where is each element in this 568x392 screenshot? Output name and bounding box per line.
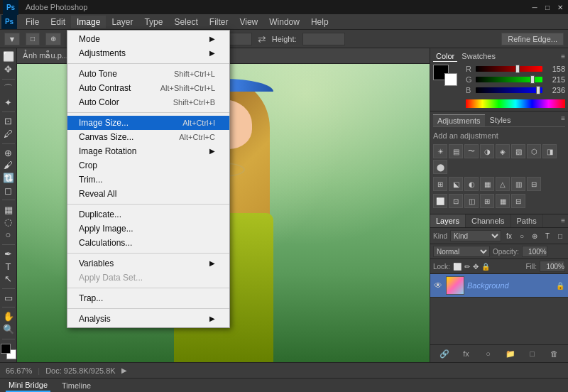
minimize-button[interactable]: ─	[530, 2, 540, 12]
pen-tool[interactable]: ✒	[1, 248, 16, 259]
menu-image-size[interactable]: Image Size...Alt+Ctrl+I	[67, 116, 229, 130]
channels-tab[interactable]: Channels	[466, 214, 510, 227]
menu-filter[interactable]: Filter	[204, 16, 234, 28]
b-slider-thumb[interactable]	[536, 86, 540, 94]
fg-swatch[interactable]	[1, 344, 11, 354]
paths-tab[interactable]: Paths	[511, 214, 543, 227]
adj-selective-color[interactable]: ⊟	[527, 177, 541, 191]
adjustments-tab[interactable]: Adjustments	[433, 114, 485, 126]
healing-tool[interactable]: ⊕	[1, 147, 16, 158]
menu-analysis[interactable]: Analysis▶	[67, 312, 229, 326]
menu-auto-tone[interactable]: Auto ToneShift+Ctrl+L	[67, 67, 229, 81]
menu-mode[interactable]: Mode▶	[67, 32, 229, 46]
marquee-rect-btn[interactable]: □	[26, 33, 40, 45]
menu-type[interactable]: Type	[138, 16, 168, 28]
menu-edit[interactable]: Edit	[45, 16, 71, 28]
mini-bridge-tab[interactable]: Mini Bridge	[6, 379, 50, 392]
new-group-icon[interactable]: 📁	[504, 347, 517, 360]
background-color-swatch[interactable]	[444, 73, 457, 86]
adj-extra1[interactable]: ⬜	[433, 194, 447, 208]
adj-colorbalance[interactable]: ⬡	[527, 144, 541, 158]
add-mask-icon[interactable]: ○	[482, 347, 495, 360]
magic-wand-tool[interactable]: ✦	[1, 97, 16, 108]
adj-panel-menu[interactable]: ≡	[561, 114, 565, 126]
eraser-tool[interactable]: ◻	[1, 185, 16, 197]
color-spectrum[interactable]	[466, 99, 565, 108]
menu-view[interactable]: View	[234, 16, 263, 28]
menu-canvas-size[interactable]: Canvas Size...Alt+Ctrl+C	[67, 130, 229, 144]
lock-all-icon[interactable]: 🔒	[481, 263, 490, 271]
menu-image[interactable]: Image	[71, 16, 106, 28]
adj-channelmix[interactable]: ⊞	[433, 177, 447, 191]
crop-tool[interactable]: ⊡	[1, 116, 16, 127]
brush-tool[interactable]: 🖌	[1, 160, 16, 171]
swatches-tab[interactable]: Swatches	[459, 51, 498, 62]
menu-select[interactable]: Select	[168, 16, 203, 28]
g-slider-track[interactable]	[476, 77, 542, 82]
adj-curves[interactable]: 〜	[464, 144, 479, 158]
menu-layer[interactable]: Layer	[106, 16, 138, 28]
adj-brightness[interactable]: ☀	[433, 144, 447, 158]
height-input[interactable]	[302, 33, 345, 45]
eyedropper-tool[interactable]: 🖊	[1, 129, 16, 140]
rect-select-tool[interactable]: ⬜	[1, 51, 16, 62]
clone-tool[interactable]: 🔃	[1, 173, 16, 184]
adj-invert[interactable]: ◐	[464, 177, 479, 191]
adj-threshold[interactable]: △	[496, 177, 510, 191]
type-icon[interactable]: T	[542, 231, 552, 241]
layers-panel-menu[interactable]: ≡	[558, 214, 568, 227]
marquee-add-btn[interactable]: ⊕	[45, 33, 61, 45]
dodge-tool[interactable]: ○	[1, 229, 16, 241]
menu-reveal-all[interactable]: Reveal All	[67, 187, 229, 201]
lock-pixels-icon[interactable]: ✏	[464, 263, 470, 271]
adj-exposure[interactable]: ◑	[480, 144, 494, 158]
lock-transparent-icon[interactable]: ⬜	[453, 263, 462, 271]
menu-file[interactable]: File	[20, 16, 45, 28]
zoom-tool[interactable]: 🔍	[1, 324, 16, 335]
adj-levels[interactable]: ▤	[449, 144, 463, 158]
adj-posterize[interactable]: ▦	[480, 177, 494, 191]
r-slider-thumb[interactable]	[515, 65, 520, 73]
adj-extra4[interactable]: ⊞	[480, 194, 494, 208]
lasso-tool[interactable]: ⌒	[1, 82, 16, 95]
menu-help[interactable]: Help	[305, 16, 334, 28]
adj-photofilter[interactable]: ⬤	[433, 160, 447, 174]
adj-hsl[interactable]: ▧	[511, 144, 525, 158]
layers-tab[interactable]: Layers	[430, 214, 466, 227]
menu-auto-contrast[interactable]: Auto ContrastAlt+Shift+Ctrl+L	[67, 81, 229, 95]
adj-extra6[interactable]: ⊟	[511, 194, 525, 208]
menu-variables[interactable]: Variables▶	[67, 256, 229, 271]
menu-crop[interactable]: Crop	[67, 158, 229, 173]
gradient-tool[interactable]: ▦	[1, 204, 16, 215]
maximize-button[interactable]: □	[542, 2, 552, 12]
adj-colorlookup[interactable]: ⬕	[449, 177, 463, 191]
menu-image-rotation[interactable]: Image Rotation▶	[67, 144, 229, 158]
blur-tool[interactable]: ◌	[1, 217, 16, 228]
adjust-icon[interactable]: ⊕	[530, 231, 540, 241]
path-select-tool[interactable]: ↖	[1, 273, 16, 285]
menu-trim[interactable]: Trim...	[67, 173, 229, 187]
adj-extra3[interactable]: ◫	[464, 194, 479, 208]
menu-calculations[interactable]: Calculations...	[67, 236, 229, 250]
tool-preset-btn[interactable]: ▼	[4, 33, 20, 45]
fx-icon[interactable]: fx	[504, 231, 514, 241]
menu-trap[interactable]: Trap...	[67, 291, 229, 305]
menu-auto-color[interactable]: Auto ColorShift+Ctrl+B	[67, 95, 229, 109]
new-layer-icon[interactable]: □	[526, 347, 539, 360]
adj-bw[interactable]: ◨	[542, 144, 557, 158]
status-arrow[interactable]: ▶	[121, 366, 127, 374]
delete-layer-icon[interactable]: 🗑	[548, 347, 561, 360]
styles-tab[interactable]: Styles	[486, 114, 515, 126]
opacity-input[interactable]	[522, 246, 547, 257]
adj-vibrance[interactable]: ◈	[496, 144, 510, 158]
hand-tool[interactable]: ✋	[1, 311, 16, 322]
menu-adjustments[interactable]: Adjustments▶	[67, 46, 229, 60]
menu-window[interactable]: Window	[263, 16, 305, 28]
refine-edge-button[interactable]: Refine Edge...	[501, 33, 564, 45]
blend-mode-select[interactable]: Normal	[433, 246, 490, 257]
fill-input[interactable]	[540, 261, 565, 272]
color-panel-menu[interactable]: ≡	[561, 53, 565, 60]
layer-visibility-toggle[interactable]: 👁	[433, 281, 443, 290]
kind-select[interactable]: Kind	[450, 230, 501, 241]
g-slider-thumb[interactable]	[530, 75, 535, 84]
